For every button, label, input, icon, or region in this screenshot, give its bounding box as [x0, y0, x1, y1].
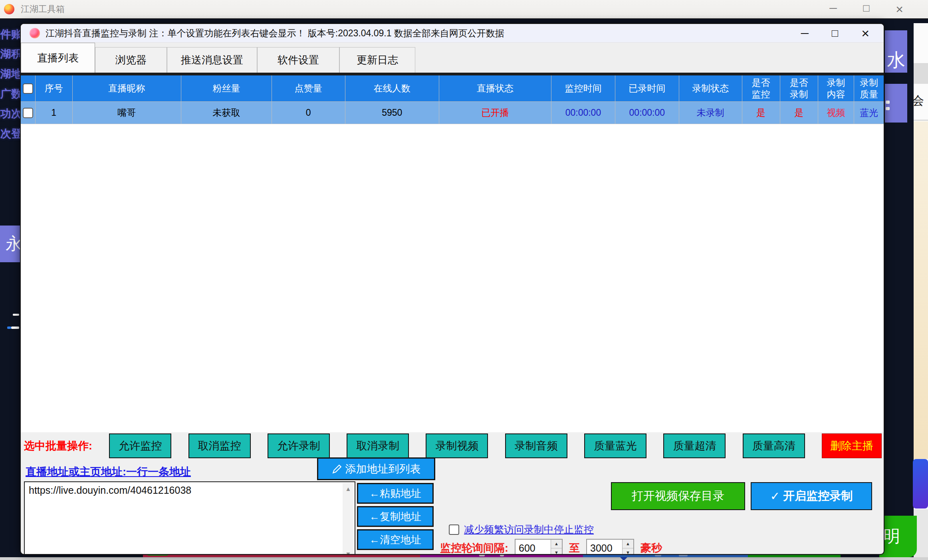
- start-monitor-button[interactable]: ✓ 开启监控录制: [751, 482, 872, 510]
- interval-max-value[interactable]: 3000: [587, 540, 622, 555]
- dialog-title: 江湖抖音直播监控与录制 注：单个设置功能在列表右键会显示！ 版本号:2023.0…: [46, 27, 504, 40]
- app-logo-icon: [4, 4, 14, 14]
- background-band: [914, 63, 928, 84]
- address-textarea[interactable]: https://live.douyin.com/40461216038 ▲ ▼: [24, 481, 355, 555]
- badge-water: 水: [885, 30, 907, 73]
- col-header: 在线人数: [345, 75, 440, 101]
- quality-uhd-button[interactable]: 质量超清: [663, 433, 726, 458]
- cancel-monitor-button[interactable]: 取消监控: [188, 433, 251, 458]
- col-header: 粉丝量: [181, 75, 272, 101]
- pencil-icon: [332, 464, 342, 474]
- stepper-up-icon[interactable]: ▲: [623, 540, 633, 548]
- stepper-down-icon[interactable]: ▼: [623, 548, 633, 555]
- cancel-record-button[interactable]: 取消录制: [347, 433, 409, 458]
- col-header: 序号: [36, 75, 73, 101]
- reduce-access-option: 减少频繁访问录制中停止监控: [449, 523, 594, 536]
- text-fragment: [13, 314, 19, 316]
- close-icon[interactable]: ×: [896, 2, 903, 17]
- table-row[interactable]: 1 嘴哥 未获取 0 5950 已开播 00:00:00 00:00:00 未录…: [21, 102, 884, 124]
- record-audio-button[interactable]: 录制音频: [505, 433, 567, 458]
- sidebar-fragment: 软件账: [0, 27, 22, 42]
- text-fragment: [886, 101, 890, 104]
- tab-separator: [21, 73, 884, 75]
- scroll-down-icon[interactable]: ▼: [345, 548, 351, 555]
- cell-monitor-flag: 是: [742, 102, 780, 124]
- dialog-titlebar: 江湖抖音直播监控与录制 注：单个设置功能在列表右键会显示！ 版本号:2023.0…: [21, 24, 884, 42]
- col-header: 录制 质量: [854, 75, 883, 101]
- sidebar-fragment: 推广数: [0, 87, 22, 101]
- col-header: 录制状态: [679, 75, 742, 101]
- dialog-maximize-icon[interactable]: □: [832, 27, 838, 40]
- tab-push-settings[interactable]: 推送消息设置: [167, 47, 257, 73]
- reduce-access-checkbox[interactable]: [449, 524, 459, 535]
- tab-software-settings[interactable]: 软件设置: [257, 47, 339, 73]
- to-label: 至: [569, 541, 580, 555]
- batch-operations-row: 选中批量操作: 允许监控 取消监控 允许录制 取消录制 录制视频 录制音频 质量…: [24, 433, 882, 459]
- cell-live-status: 已开播: [439, 102, 551, 124]
- col-header: 直播状态: [439, 75, 551, 101]
- text-fragment: [11, 327, 19, 329]
- paste-address-button[interactable]: ←粘贴地址: [357, 483, 434, 504]
- col-header: 是否 录制: [780, 75, 818, 101]
- tab-bar: 直播列表 浏览器 推送消息设置 软件设置 更新日志: [21, 42, 884, 73]
- sidebar-fragment: 成功次: [0, 107, 22, 121]
- tab-browser[interactable]: 浏览器: [95, 47, 167, 73]
- address-value: https://live.douyin.com/40461216038: [29, 485, 191, 496]
- cell-index: 1: [36, 102, 73, 124]
- tab-changelog[interactable]: 更新日志: [339, 47, 415, 73]
- copy-address-button[interactable]: ←复制地址: [357, 506, 434, 527]
- allow-monitor-button[interactable]: 允许监控: [109, 433, 171, 458]
- record-video-button[interactable]: 录制视频: [426, 433, 488, 458]
- col-header: 录制 内容: [818, 75, 855, 101]
- col-header: 点赞量: [272, 75, 345, 101]
- sidebar-fragment: 江湖地: [0, 67, 22, 81]
- interval-row: 监控轮询间隔: 600 ▲ ▼ 至 3000 ▲ ▼ 豪秒: [440, 539, 662, 555]
- text-fragment: [7, 327, 11, 329]
- interval-min-value[interactable]: 600: [516, 540, 551, 555]
- col-header: 是否 监控: [742, 75, 780, 101]
- maximize-icon[interactable]: □: [863, 2, 870, 17]
- background-cream: [914, 121, 928, 459]
- quality-hd-button[interactable]: 质量高清: [743, 433, 805, 458]
- scroll-up-icon[interactable]: ▲: [345, 483, 351, 495]
- dialog-window: 江湖抖音直播监控与录制 注：单个设置功能在列表右键会显示！ 版本号:2023.0…: [20, 23, 884, 555]
- allow-record-button[interactable]: 允许录制: [268, 433, 330, 458]
- delete-streamer-button[interactable]: 删除主播: [822, 433, 882, 458]
- badge-yong: 永: [0, 226, 20, 262]
- dialog-close-icon[interactable]: ×: [861, 26, 869, 41]
- cell-record-status: 未录制: [679, 102, 742, 124]
- cell-likes: 0: [272, 102, 345, 124]
- taskbar-baseline: [0, 557, 928, 560]
- cell-nickname: 嘴哥: [73, 102, 181, 124]
- open-save-dir-button[interactable]: 打开视频保存目录: [611, 482, 745, 510]
- interval-min-stepper[interactable]: 600 ▲ ▼: [515, 539, 563, 555]
- interval-label: 监控轮询间隔:: [440, 541, 508, 555]
- sidebar-fragment: 上次登: [0, 127, 22, 141]
- sidebar-fragment: 江湖积: [0, 47, 22, 61]
- quality-bluray-button[interactable]: 质量蓝光: [584, 433, 646, 458]
- interval-max-stepper[interactable]: 3000 ▲ ▼: [586, 539, 634, 555]
- table-header: 序号 直播昵称 粉丝量 点赞量 在线人数 直播状态 监控时间 已录时间 录制状态…: [21, 75, 884, 102]
- cube-icon: [913, 459, 928, 509]
- add-address-button[interactable]: 添加地址到列表: [317, 457, 435, 480]
- row-checkbox[interactable]: [23, 108, 33, 118]
- reduce-access-label: 减少频繁访问录制中停止监控: [464, 523, 594, 536]
- tab-live-list[interactable]: 直播列表: [21, 43, 95, 73]
- minimize-icon[interactable]: ─: [829, 2, 837, 17]
- select-all-checkbox[interactable]: [23, 83, 33, 94]
- stepper-down-icon[interactable]: ▼: [551, 548, 562, 555]
- cell-fans: 未获取: [181, 102, 272, 124]
- stepper-up-icon[interactable]: ▲: [551, 540, 562, 548]
- col-header: 已录时间: [615, 75, 679, 101]
- dialog-minimize-icon[interactable]: ─: [801, 27, 809, 40]
- badge-member: 会: [912, 93, 924, 109]
- main-titlebar: 江湖工具箱 ─ □ ×: [0, 0, 928, 19]
- main-window-title: 江湖工具箱: [21, 3, 65, 15]
- cell-recorded-time: 00:00:00: [615, 102, 679, 124]
- taskbar-pointer: [620, 557, 627, 560]
- scrollbar[interactable]: ▲ ▼: [343, 483, 354, 555]
- badge-ming: 明: [879, 516, 917, 557]
- cell-online: 5950: [345, 102, 440, 124]
- col-header: 监控时间: [551, 75, 615, 101]
- clear-address-button[interactable]: ←清空地址: [357, 529, 434, 550]
